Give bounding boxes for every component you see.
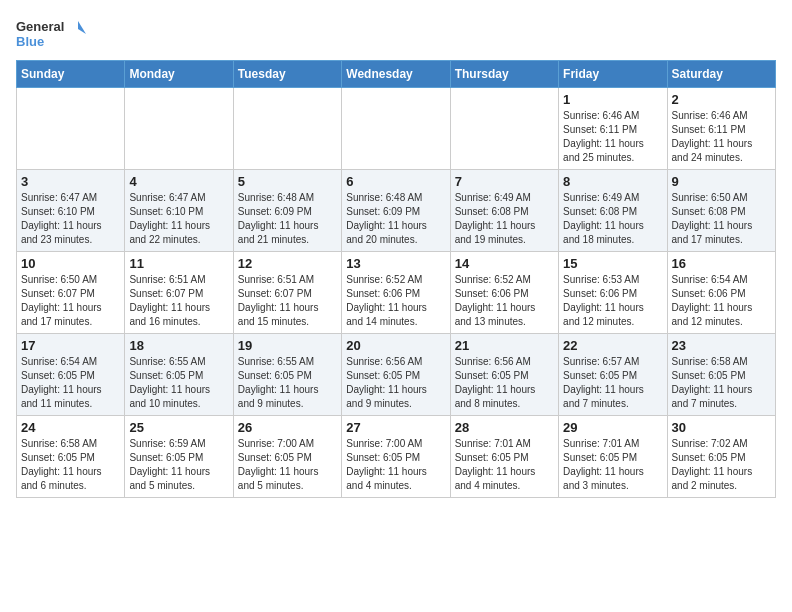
day-info: Sunrise: 6:47 AM Sunset: 6:10 PM Dayligh… [129,191,228,247]
day-number: 28 [455,420,554,435]
day-number: 25 [129,420,228,435]
calendar-cell: 6Sunrise: 6:48 AM Sunset: 6:09 PM Daylig… [342,170,450,252]
calendar-cell: 13Sunrise: 6:52 AM Sunset: 6:06 PM Dayli… [342,252,450,334]
day-number: 4 [129,174,228,189]
calendar-cell: 21Sunrise: 6:56 AM Sunset: 6:05 PM Dayli… [450,334,558,416]
calendar-cell: 19Sunrise: 6:55 AM Sunset: 6:05 PM Dayli… [233,334,341,416]
day-number: 26 [238,420,337,435]
calendar-cell: 8Sunrise: 6:49 AM Sunset: 6:08 PM Daylig… [559,170,667,252]
day-info: Sunrise: 6:52 AM Sunset: 6:06 PM Dayligh… [455,273,554,329]
calendar-cell: 3Sunrise: 6:47 AM Sunset: 6:10 PM Daylig… [17,170,125,252]
day-info: Sunrise: 7:02 AM Sunset: 6:05 PM Dayligh… [672,437,771,493]
weekday-header-tuesday: Tuesday [233,61,341,88]
day-info: Sunrise: 6:48 AM Sunset: 6:09 PM Dayligh… [346,191,445,247]
day-number: 14 [455,256,554,271]
day-info: Sunrise: 7:00 AM Sunset: 6:05 PM Dayligh… [346,437,445,493]
calendar-cell: 25Sunrise: 6:59 AM Sunset: 6:05 PM Dayli… [125,416,233,498]
day-number: 29 [563,420,662,435]
calendar-cell: 20Sunrise: 6:56 AM Sunset: 6:05 PM Dayli… [342,334,450,416]
day-number: 15 [563,256,662,271]
day-number: 23 [672,338,771,353]
day-info: Sunrise: 6:47 AM Sunset: 6:10 PM Dayligh… [21,191,120,247]
page-header: General Blue [16,16,776,56]
day-number: 8 [563,174,662,189]
calendar-cell: 27Sunrise: 7:00 AM Sunset: 6:05 PM Dayli… [342,416,450,498]
calendar-cell: 29Sunrise: 7:01 AM Sunset: 6:05 PM Dayli… [559,416,667,498]
day-info: Sunrise: 6:49 AM Sunset: 6:08 PM Dayligh… [563,191,662,247]
day-info: Sunrise: 6:51 AM Sunset: 6:07 PM Dayligh… [129,273,228,329]
day-info: Sunrise: 6:57 AM Sunset: 6:05 PM Dayligh… [563,355,662,411]
day-number: 9 [672,174,771,189]
calendar-cell [233,88,341,170]
day-info: Sunrise: 6:48 AM Sunset: 6:09 PM Dayligh… [238,191,337,247]
calendar-cell: 28Sunrise: 7:01 AM Sunset: 6:05 PM Dayli… [450,416,558,498]
day-number: 2 [672,92,771,107]
weekday-header-sunday: Sunday [17,61,125,88]
week-row-2: 3Sunrise: 6:47 AM Sunset: 6:10 PM Daylig… [17,170,776,252]
calendar-cell: 16Sunrise: 6:54 AM Sunset: 6:06 PM Dayli… [667,252,775,334]
calendar-cell: 9Sunrise: 6:50 AM Sunset: 6:08 PM Daylig… [667,170,775,252]
calendar-cell: 10Sunrise: 6:50 AM Sunset: 6:07 PM Dayli… [17,252,125,334]
calendar-cell: 14Sunrise: 6:52 AM Sunset: 6:06 PM Dayli… [450,252,558,334]
day-number: 21 [455,338,554,353]
logo-text: General Blue [16,16,86,56]
day-number: 7 [455,174,554,189]
calendar-cell: 26Sunrise: 7:00 AM Sunset: 6:05 PM Dayli… [233,416,341,498]
day-info: Sunrise: 6:55 AM Sunset: 6:05 PM Dayligh… [129,355,228,411]
day-info: Sunrise: 6:56 AM Sunset: 6:05 PM Dayligh… [346,355,445,411]
calendar-cell: 17Sunrise: 6:54 AM Sunset: 6:05 PM Dayli… [17,334,125,416]
week-row-5: 24Sunrise: 6:58 AM Sunset: 6:05 PM Dayli… [17,416,776,498]
week-row-1: 1Sunrise: 6:46 AM Sunset: 6:11 PM Daylig… [17,88,776,170]
calendar-cell [450,88,558,170]
calendar-cell: 11Sunrise: 6:51 AM Sunset: 6:07 PM Dayli… [125,252,233,334]
day-info: Sunrise: 6:55 AM Sunset: 6:05 PM Dayligh… [238,355,337,411]
day-info: Sunrise: 6:54 AM Sunset: 6:05 PM Dayligh… [21,355,120,411]
calendar-cell [342,88,450,170]
calendar-cell: 24Sunrise: 6:58 AM Sunset: 6:05 PM Dayli… [17,416,125,498]
weekday-row: SundayMondayTuesdayWednesdayThursdayFrid… [17,61,776,88]
day-number: 30 [672,420,771,435]
day-info: Sunrise: 7:00 AM Sunset: 6:05 PM Dayligh… [238,437,337,493]
day-number: 20 [346,338,445,353]
day-number: 27 [346,420,445,435]
calendar-cell: 5Sunrise: 6:48 AM Sunset: 6:09 PM Daylig… [233,170,341,252]
day-info: Sunrise: 6:58 AM Sunset: 6:05 PM Dayligh… [21,437,120,493]
week-row-4: 17Sunrise: 6:54 AM Sunset: 6:05 PM Dayli… [17,334,776,416]
day-number: 19 [238,338,337,353]
svg-text:Blue: Blue [16,34,44,49]
calendar-cell [125,88,233,170]
svg-text:General: General [16,19,64,34]
calendar-cell [17,88,125,170]
day-info: Sunrise: 6:46 AM Sunset: 6:11 PM Dayligh… [672,109,771,165]
day-info: Sunrise: 6:49 AM Sunset: 6:08 PM Dayligh… [455,191,554,247]
day-info: Sunrise: 6:54 AM Sunset: 6:06 PM Dayligh… [672,273,771,329]
day-number: 11 [129,256,228,271]
calendar-cell: 23Sunrise: 6:58 AM Sunset: 6:05 PM Dayli… [667,334,775,416]
calendar-cell: 30Sunrise: 7:02 AM Sunset: 6:05 PM Dayli… [667,416,775,498]
day-number: 3 [21,174,120,189]
calendar-cell: 2Sunrise: 6:46 AM Sunset: 6:11 PM Daylig… [667,88,775,170]
day-number: 12 [238,256,337,271]
weekday-header-friday: Friday [559,61,667,88]
calendar-body: 1Sunrise: 6:46 AM Sunset: 6:11 PM Daylig… [17,88,776,498]
day-number: 17 [21,338,120,353]
day-number: 18 [129,338,228,353]
calendar-cell: 7Sunrise: 6:49 AM Sunset: 6:08 PM Daylig… [450,170,558,252]
day-info: Sunrise: 6:53 AM Sunset: 6:06 PM Dayligh… [563,273,662,329]
day-number: 10 [21,256,120,271]
weekday-header-monday: Monday [125,61,233,88]
weekday-header-wednesday: Wednesday [342,61,450,88]
day-info: Sunrise: 7:01 AM Sunset: 6:05 PM Dayligh… [563,437,662,493]
day-info: Sunrise: 6:58 AM Sunset: 6:05 PM Dayligh… [672,355,771,411]
day-number: 13 [346,256,445,271]
logo: General Blue [16,16,86,56]
weekday-header-thursday: Thursday [450,61,558,88]
day-info: Sunrise: 6:51 AM Sunset: 6:07 PM Dayligh… [238,273,337,329]
day-info: Sunrise: 6:52 AM Sunset: 6:06 PM Dayligh… [346,273,445,329]
day-number: 24 [21,420,120,435]
day-info: Sunrise: 6:50 AM Sunset: 6:07 PM Dayligh… [21,273,120,329]
calendar-cell: 1Sunrise: 6:46 AM Sunset: 6:11 PM Daylig… [559,88,667,170]
calendar-cell: 12Sunrise: 6:51 AM Sunset: 6:07 PM Dayli… [233,252,341,334]
day-info: Sunrise: 6:59 AM Sunset: 6:05 PM Dayligh… [129,437,228,493]
day-info: Sunrise: 6:46 AM Sunset: 6:11 PM Dayligh… [563,109,662,165]
